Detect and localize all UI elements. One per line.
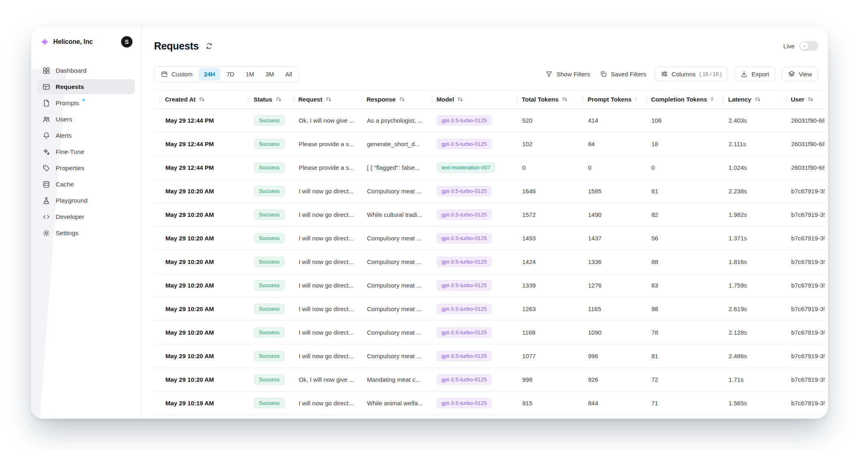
model-badge: gpt-3.5-turbo-0125 <box>437 374 491 385</box>
sidebar-item-prompts[interactable]: Prompts <box>38 95 135 110</box>
column-header-user[interactable]: User <box>780 90 825 109</box>
column-drag-handle-icon[interactable] <box>360 96 364 103</box>
sidebar-item-alerts[interactable]: Alerts <box>38 128 135 143</box>
sort-icon[interactable] <box>199 96 205 103</box>
sidebar-item-label: Fine-Tune <box>56 149 84 155</box>
custom-date-label: Custom <box>171 71 193 78</box>
cell-model: gpt-3.5-turbo-0125 <box>425 203 511 227</box>
column-header-model[interactable]: Model <box>425 90 511 109</box>
column-header-created-at[interactable]: Created At <box>154 90 243 109</box>
cell-request: Please provide a s... <box>287 132 356 156</box>
column-header-label: Total Tokens <box>522 96 558 103</box>
column-drag-handle-icon[interactable] <box>581 96 585 103</box>
cell-total-tokens: 1263 <box>511 297 577 321</box>
cell-status: Success <box>243 321 287 344</box>
column-header-latency[interactable]: Latency <box>717 90 780 109</box>
column-drag-handle-icon[interactable] <box>430 96 434 103</box>
column-drag-handle-icon[interactable] <box>515 96 519 103</box>
column-header-request[interactable]: Request <box>287 90 356 109</box>
sort-icon[interactable] <box>635 96 636 103</box>
playground-icon <box>42 197 50 205</box>
column-drag-handle-icon[interactable] <box>784 96 788 103</box>
column-drag-handle-icon[interactable] <box>247 96 251 103</box>
time-filter-1m[interactable]: 1M <box>240 68 259 80</box>
columns-button[interactable]: Columns ( 15 / 15 ) <box>655 67 728 81</box>
sort-icon[interactable] <box>457 96 464 103</box>
table-row[interactable]: May 29 12:44 PM Success Please provide a… <box>154 132 825 156</box>
column-header-response[interactable]: Response <box>356 90 425 109</box>
time-filter-3m[interactable]: 3M <box>260 68 279 80</box>
sort-icon[interactable] <box>276 96 282 103</box>
table-row[interactable]: May 29 10:20 AM Success Ok, I will now g… <box>154 368 825 392</box>
sidebar-item-properties[interactable]: Properties <box>38 160 135 175</box>
sidebar-item-settings[interactable]: Settings <box>38 225 135 240</box>
sidebar-item-label: Cache <box>56 181 74 188</box>
cell-status: Success <box>243 274 287 297</box>
sidebar-item-requests[interactable]: Requests <box>38 79 135 94</box>
export-button[interactable]: Export <box>734 67 775 81</box>
users-icon <box>42 115 50 123</box>
cell-status: Success <box>243 109 287 132</box>
table-row[interactable]: May 29 10:20 AM Success I will now go di… <box>154 321 825 344</box>
column-drag-handle-icon[interactable] <box>158 96 163 103</box>
custom-date-button[interactable]: Custom <box>156 68 198 80</box>
cell-latency: 2.619s <box>717 297 780 321</box>
sort-icon[interactable] <box>399 96 406 103</box>
show-filters-button[interactable]: Show Filters <box>544 67 592 80</box>
table-row[interactable]: May 29 10:20 AM Success I will now go di… <box>154 203 825 227</box>
time-filter-24h[interactable]: 24H <box>199 68 221 80</box>
table-row[interactable]: May 29 10:20 AM Success I will now go di… <box>154 274 825 297</box>
live-toggle[interactable] <box>799 41 818 51</box>
table-row[interactable]: May 29 12:44 PM Success Please provide a… <box>154 156 825 180</box>
saved-filters-button[interactable]: Saved Filters <box>598 67 648 80</box>
cell-request: I will now go direct... <box>287 203 356 227</box>
column-drag-handle-icon[interactable] <box>291 96 296 103</box>
column-drag-handle-icon[interactable] <box>644 96 649 103</box>
column-header-prompt-tokens[interactable]: Prompt Tokens <box>577 90 640 109</box>
cell-response: While cultural tradi... <box>356 203 425 227</box>
cell-completion-tokens: 0 <box>640 156 717 180</box>
cell-completion-tokens: 72 <box>640 368 717 392</box>
toolbar-actions: Show Filters Saved Filters Columns ( 15 … <box>544 67 818 81</box>
cell-response: generate_short_d... <box>356 132 425 156</box>
model-badge: gpt-3.5-turbo-0125 <box>437 327 491 338</box>
time-filter-7d[interactable]: 7D <box>221 68 239 80</box>
sidebar-item-dashboard[interactable]: Dashboard <box>38 63 135 78</box>
cell-latency: 1.816s <box>717 250 780 274</box>
refresh-button[interactable] <box>204 41 214 51</box>
cell-prompt-tokens: 1276 <box>577 274 640 297</box>
cell-user: b7c67919-35 <box>780 274 825 297</box>
time-filter-all[interactable]: All <box>280 68 297 80</box>
table-row[interactable]: May 29 10:20 AM Success I will now go di… <box>154 180 825 203</box>
sort-icon[interactable] <box>710 96 713 103</box>
column-drag-handle-icon[interactable] <box>721 96 726 103</box>
cell-status: Success <box>243 132 287 156</box>
org-switcher[interactable]: Helicone, Inc S <box>38 35 135 48</box>
sort-icon[interactable] <box>755 96 761 103</box>
cell-latency: 2.111s <box>717 132 780 156</box>
sidebar-item-label: Alerts <box>56 132 72 139</box>
table-row[interactable]: May 29 10:20 AM Success I will now go di… <box>154 227 825 250</box>
sidebar-item-users[interactable]: Users <box>38 112 135 127</box>
cell-model: gpt-3.5-turbo-0125 <box>425 344 511 368</box>
sidebar-item-developer[interactable]: Developer <box>38 209 135 224</box>
sidebar-item-cache[interactable]: Cache <box>38 177 135 192</box>
sidebar-item-fine-tune[interactable]: Fine-Tune <box>38 144 135 159</box>
avatar[interactable]: S <box>121 36 132 48</box>
cell-created-at: May 29 10:20 AM <box>154 274 243 297</box>
table-row[interactable]: May 29 12:44 PM Success Ok, I will now g… <box>154 109 825 132</box>
sidebar-item-playground[interactable]: Playground <box>38 193 135 208</box>
table-row[interactable]: May 29 10:20 AM Success I will now go di… <box>154 344 825 368</box>
column-header-completion-tokens[interactable]: Completion Tokens <box>640 90 717 109</box>
column-header-status[interactable]: Status <box>243 90 287 109</box>
cell-prompt-tokens: 926 <box>577 368 640 392</box>
table-row[interactable]: May 29 10:20 AM Success I will now go di… <box>154 297 825 321</box>
table-row[interactable]: May 29 10:20 AM Success I will now go di… <box>154 250 825 274</box>
refresh-icon <box>205 42 213 50</box>
column-header-total-tokens[interactable]: Total Tokens <box>511 90 577 109</box>
table-row[interactable]: May 29 10:19 AM Success I will now go di… <box>154 392 825 415</box>
sort-icon[interactable] <box>562 96 568 103</box>
sort-icon[interactable] <box>326 96 332 103</box>
sort-icon[interactable] <box>807 96 814 103</box>
view-button[interactable]: View <box>782 67 818 81</box>
